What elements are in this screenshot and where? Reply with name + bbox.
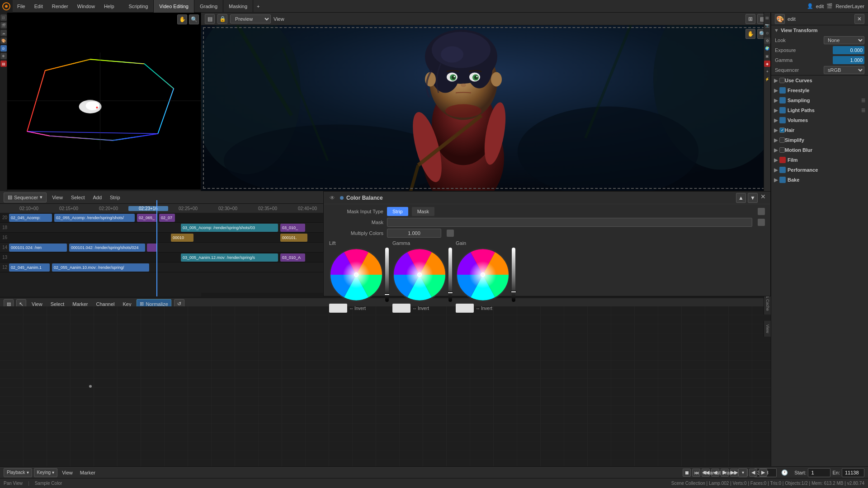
gain-slider[interactable] <box>512 248 515 302</box>
gain-invert-button[interactable]: ↔ Invert <box>476 306 492 311</box>
end-frame-display[interactable]: 11138 <box>842 468 864 477</box>
use-curves-header[interactable]: ▶ Use Curves <box>771 75 868 85</box>
mask-input[interactable] <box>387 218 752 227</box>
clip-000101-042[interactable]: 000101.042: /render/spring/shots/024 <box>69 244 145 252</box>
clip-0207[interactable]: 02_07 <box>159 214 175 222</box>
viewport-hand-tool[interactable]: ✋ <box>745 29 755 39</box>
toolbar-icon-3[interactable]: ☁ <box>0 30 7 36</box>
clip-03010-a[interactable]: 03_010_A <box>280 253 305 262</box>
panel-close[interactable]: ✕ <box>854 14 864 24</box>
multiply-options-icon[interactable] <box>447 230 454 237</box>
cb-close-button[interactable]: ✕ <box>760 193 767 200</box>
gamma-color-swatch[interactable] <box>392 304 410 313</box>
tab-scripting[interactable]: Scripting <box>123 0 154 13</box>
view-transform-header[interactable]: ▼ View Transform <box>771 25 868 35</box>
clip-small-purple[interactable] <box>147 244 157 252</box>
clip-03005-acomp[interactable]: 03_005_Acomp: /render/spring/shots/03 <box>181 224 278 232</box>
gamma-invert-button[interactable]: ↔ Invert <box>412 306 429 311</box>
bake-header[interactable]: ▶ Bake <box>771 175 868 185</box>
tab-video-editing[interactable]: Video Editing <box>154 0 194 13</box>
seq-strip-menu[interactable]: Strip <box>107 191 123 204</box>
light-paths-header[interactable]: ▶ Light Paths ☰ <box>771 105 868 115</box>
use-curves-checkbox[interactable] <box>779 78 785 83</box>
3d-viewport[interactable]: ✋ 🔍 <box>0 13 201 189</box>
gamma-slider[interactable] <box>448 248 452 302</box>
clip-03010[interactable]: 03_010_ <box>280 224 305 232</box>
mask-options-icon[interactable] <box>758 219 765 226</box>
seq-add-menu[interactable]: Add <box>90 191 104 204</box>
toolbar-icon-7[interactable]: ▤ <box>0 61 7 67</box>
physics-icon[interactable]: ⚡ <box>764 76 770 82</box>
world-icon[interactable]: 🌍 <box>764 45 770 52</box>
sampling-header[interactable]: ▶ Sampling ☰ <box>771 95 868 105</box>
hair-header[interactable]: ▶ ✓ Hair <box>771 125 868 135</box>
gamma-input[interactable] <box>833 56 864 64</box>
gain-color-swatch[interactable] <box>456 304 474 313</box>
clip-00010[interactable]: 00010 <box>171 234 193 242</box>
film-header[interactable]: ▶ Film <box>771 155 868 165</box>
menu-render[interactable]: Render <box>47 0 73 13</box>
sequencer-menu-button[interactable]: ▤ Sequencer ▾ <box>4 192 47 202</box>
lift-color-swatch[interactable] <box>329 304 347 313</box>
panel-icon[interactable]: 🎨 <box>775 14 785 24</box>
exposure-input[interactable] <box>833 46 864 54</box>
view-icon[interactable]: ▤ <box>764 14 770 21</box>
seq-view-menu[interactable]: View <box>49 191 66 204</box>
cb-up-button[interactable]: ▲ <box>736 193 746 203</box>
lift-slider[interactable] <box>385 248 389 302</box>
mask-button[interactable]: Mask <box>412 207 434 216</box>
freestyle-header[interactable]: ▶ Freestyle <box>771 85 868 95</box>
nf-left-button[interactable]: ◀ <box>749 469 757 477</box>
simplify-checkbox[interactable] <box>779 137 785 143</box>
toolbar-icon-1[interactable]: ⊡ <box>0 14 7 21</box>
simplify-header[interactable]: ▶ Simplify <box>771 135 868 145</box>
cb-eye-icon[interactable]: 👁 <box>327 193 337 203</box>
menu-edit[interactable]: Edit <box>30 0 47 13</box>
strip-button[interactable]: Strip <box>387 207 408 216</box>
viewport-type-button[interactable]: ▤ <box>205 14 215 24</box>
mask-settings-icon[interactable] <box>758 208 765 215</box>
cb-dot-icon[interactable] <box>340 196 344 200</box>
seq-select-menu[interactable]: Select <box>68 191 88 204</box>
add-workspace-button[interactable]: + <box>253 0 263 13</box>
toolbar-icon-2[interactable]: 🎬 <box>0 22 7 28</box>
gamma-color-wheel[interactable] <box>392 248 447 302</box>
look-dropdown[interactable]: None <box>824 36 864 44</box>
cb-down-button[interactable]: ▼ <box>748 193 758 203</box>
stop-button[interactable]: ⏹ <box>683 469 691 477</box>
clip-000101-024[interactable]: 000101.024: /ren <box>9 244 67 252</box>
menu-help[interactable]: Help <box>99 0 119 13</box>
object-icon[interactable]: ▣ <box>764 53 770 59</box>
zoom-button[interactable]: 🔍 <box>189 14 199 24</box>
clip-000101[interactable]: 000101. <box>280 234 307 242</box>
clip-02055[interactable]: 02_055_Acomp: /render/spring/shots/ <box>54 214 135 222</box>
volumes-header[interactable]: ▶ Volumes <box>771 115 868 125</box>
render-r-icon[interactable]: ⊙ <box>764 30 770 36</box>
motion-blur-checkbox[interactable] <box>779 147 785 153</box>
keying-menu[interactable]: Keying ▾ <box>34 468 58 477</box>
transport-view-menu[interactable]: View <box>59 466 75 479</box>
tab-grading[interactable]: Grading <box>194 0 223 13</box>
tab-masking[interactable]: Masking <box>223 0 253 13</box>
clip-02045-aanim[interactable]: 02_045_Aanim.1 <box>9 263 50 272</box>
performance-header[interactable]: ▶ Performance <box>771 165 868 175</box>
cam-icon[interactable]: 📷 <box>764 22 770 28</box>
lift-invert-button[interactable]: ↔ Invert <box>349 306 366 311</box>
hair-checkbox[interactable]: ✓ <box>779 127 785 133</box>
clip-02065[interactable]: 02_065_ <box>137 214 157 222</box>
toolbar-icon-4[interactable]: 🎨 <box>0 38 7 44</box>
toolbar-icon-6[interactable]: ✱ <box>0 53 7 59</box>
transport-marker-menu[interactable]: Marker <box>77 466 98 479</box>
gain-color-wheel[interactable] <box>456 248 510 302</box>
viewport-display-button[interactable]: ⊞ <box>745 14 755 24</box>
viewport-lock-icon[interactable]: 🔒 <box>217 14 227 24</box>
motion-blur-header[interactable]: ▶ Motion Blur <box>771 145 868 155</box>
clip-02055-aanim[interactable]: 02_055_Aanim.10.mov: /render/spring/ <box>52 263 149 272</box>
view-tab[interactable]: View <box>764 321 771 337</box>
go-start-button[interactable]: ⏮ <box>692 469 700 477</box>
multiply-input[interactable] <box>387 229 441 238</box>
pan-button[interactable]: ✋ <box>177 14 187 24</box>
settings-icon[interactable]: ⚙ <box>764 38 770 44</box>
material-icon[interactable]: ◈ <box>764 61 770 67</box>
sequencer-dropdown[interactable]: sRGB <box>824 66 864 74</box>
